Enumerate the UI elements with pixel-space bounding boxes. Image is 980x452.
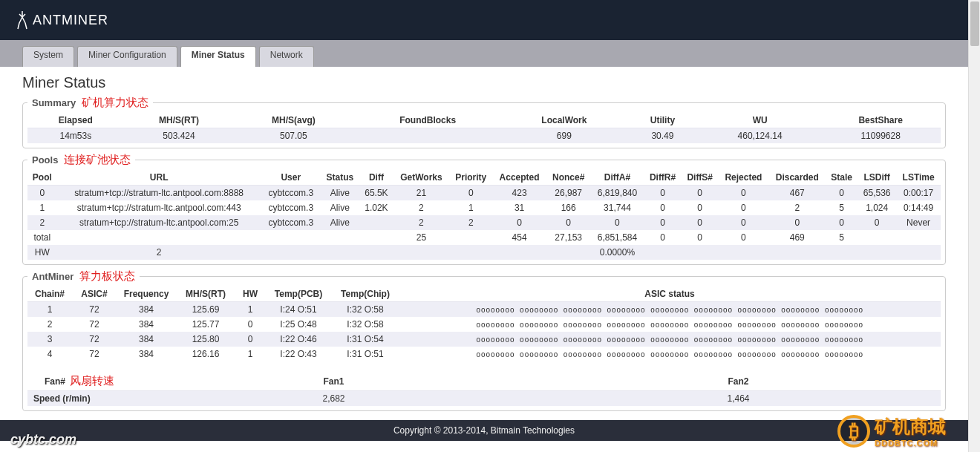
pools-table: PoolURLUserStatusDiffGetWorksPriorityAcc…	[27, 170, 941, 260]
antminer-annotation: 算力板状态	[79, 269, 135, 282]
pools-annotation: 连接矿池状态	[64, 153, 131, 166]
table-row: 172384125.691I:24 O:51I:32 O:58oooooooo …	[27, 302, 941, 318]
summary-legend: Summary 矿机算力状态	[27, 96, 153, 110]
table-row: 472384126.161I:22 O:43I:31 O:51oooooooo …	[27, 347, 941, 361]
fan-table: Fan#风扇转速 Fan1 Fan2 Speed (r/min) 2,682 1…	[27, 372, 941, 406]
tab-miner-configuration[interactable]: Miner Configuration	[77, 46, 177, 67]
brand-text: ANTMINER	[33, 13, 108, 28]
summary-annotation: 矿机算力状态	[82, 96, 148, 108]
vertical-scrollbar[interactable]	[968, 0, 980, 452]
tab-miner-status[interactable]: Miner Status	[180, 46, 256, 67]
table-row: total2545427,1536,851,5840004695	[27, 230, 941, 245]
table-header-row: Elapsed MH/S(RT) MH/S(avg) FoundBlocks L…	[27, 113, 941, 128]
table-row: 372384125.800I:22 O:46I:31 O:54oooooooo …	[27, 332, 941, 347]
tab-system[interactable]: System	[22, 46, 74, 67]
app-header: ANTMINER	[0, 0, 968, 40]
table-row: 1stratum+tcp://stratum-ltc.antpool.com:4…	[27, 200, 941, 215]
watermark-bottom-left: cybtc.com	[10, 432, 76, 448]
table-row: 0stratum+tcp://stratum-ltc.antpool.com:8…	[27, 186, 941, 201]
tab-bar: System Miner Configuration Miner Status …	[0, 40, 968, 67]
bitcoin-icon: ₿	[837, 415, 870, 448]
table-row: HW20.0000%	[27, 245, 941, 260]
summary-section: Summary 矿机算力状态 Elapsed MH/S(RT) MH/S(avg…	[22, 96, 946, 148]
summary-table: Elapsed MH/S(RT) MH/S(avg) FoundBlocks L…	[27, 113, 941, 143]
brand-logo: ANTMINER	[15, 10, 108, 30]
ant-icon	[15, 10, 30, 30]
table-header-row: PoolURLUserStatusDiffGetWorksPriorityAcc…	[27, 170, 941, 186]
page-content: Miner Status Summary 矿机算力状态 Elapsed MH/S…	[0, 67, 968, 420]
pools-section: Pools 连接矿池状态 PoolURLUserStatusDiffGetWor…	[22, 153, 946, 265]
tab-network[interactable]: Network	[259, 46, 314, 67]
table-row: Speed (r/min) 2,682 1,464	[27, 391, 941, 407]
table-row: 272384125.770I:25 O:48I:32 O:58oooooooo …	[27, 317, 941, 332]
watermark-bottom-right: ₿ 矿机商城 DDDBTC.COM	[837, 415, 946, 448]
antminer-table: Chain# ASIC# Frequency MH/S(RT) HW Temp(…	[27, 286, 941, 361]
scrollbar-thumb[interactable]	[970, 1, 979, 46]
table-row: 2stratum+tcp://stratum-ltc.antpool.com:2…	[27, 215, 941, 230]
antminer-legend: AntMiner 算力板状态	[27, 269, 140, 284]
pools-legend: Pools 连接矿池状态	[27, 153, 135, 167]
table-row: 14m53s 503.424 507.05 699 30.49 460,124.…	[27, 128, 941, 144]
footer: Copyright © 2013-2014, Bitmain Technolog…	[0, 420, 968, 441]
table-header-row: Chain# ASIC# Frequency MH/S(RT) HW Temp(…	[27, 286, 941, 302]
page-title: Miner Status	[22, 74, 946, 91]
copyright-text: Copyright © 2013-2014, Bitmain Technolog…	[393, 425, 575, 436]
table-header-row: Fan#风扇转速 Fan1 Fan2	[27, 372, 941, 391]
fan-annotation: 风扇转速	[70, 374, 114, 387]
antminer-section: AntMiner 算力板状态 Chain# ASIC# Frequency MH…	[22, 269, 946, 411]
